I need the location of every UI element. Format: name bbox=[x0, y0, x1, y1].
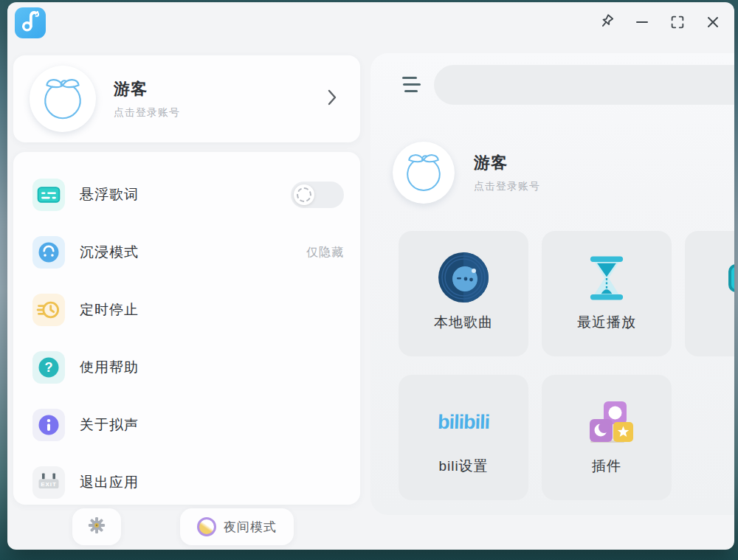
card-label: 本地歌曲 bbox=[434, 313, 493, 332]
left-footer: 夜间模式 bbox=[7, 505, 370, 550]
tomato-avatar-icon bbox=[36, 71, 89, 127]
card-local-songs[interactable]: 本地歌曲 bbox=[399, 231, 528, 356]
hourglass-icon bbox=[579, 250, 635, 306]
menu-label: 关于拟声 bbox=[80, 415, 139, 435]
main-panel: 搜 游客 点击登录账号 bbox=[370, 53, 734, 515]
app-logo bbox=[15, 7, 46, 38]
night-mode-label: 夜间模式 bbox=[224, 519, 277, 536]
avatar bbox=[393, 142, 455, 204]
titlebar bbox=[7, 2, 734, 45]
menu-item-timer-stop[interactable]: 定时停止 bbox=[32, 281, 344, 339]
menu-label: 使用帮助 bbox=[80, 358, 139, 377]
menu-label: 退出应用 bbox=[80, 473, 139, 492]
search-input[interactable]: 搜 bbox=[434, 65, 734, 105]
menu-item-about[interactable]: 关于拟声 bbox=[32, 396, 344, 454]
menu-item-floating-lyrics[interactable]: 悬浮歌词 bbox=[32, 166, 344, 224]
app-window: 游客 点击登录账号 悬浮歌词 bbox=[7, 2, 734, 550]
blocks-icon bbox=[579, 394, 635, 450]
menu-item-exit[interactable]: EXIT 退出应用 bbox=[32, 454, 344, 505]
night-mode-icon bbox=[197, 517, 216, 536]
desktop: { "titlebar": { "controls": { "pin": "pi… bbox=[0, 0, 738, 560]
exit-sign-icon: EXIT bbox=[32, 466, 65, 499]
floating-lyrics-toggle[interactable] bbox=[291, 182, 344, 208]
settings-menu: 悬浮歌词 沉浸模式 仅隐藏 定时停止 bbox=[13, 152, 360, 505]
login-card[interactable]: 游客 点击登录账号 bbox=[13, 55, 360, 142]
login-texts: 游客 点击登录账号 bbox=[474, 152, 540, 193]
lyrics-icon bbox=[32, 179, 65, 211]
tomato-avatar-icon bbox=[399, 147, 448, 198]
immersive-mode-value: 仅隐藏 bbox=[306, 245, 344, 260]
feature-grid: 本地歌曲 最近播放 bbox=[399, 231, 734, 500]
card-label: bili设置 bbox=[438, 457, 488, 476]
pin-icon[interactable] bbox=[597, 13, 616, 32]
gear-icon bbox=[87, 516, 106, 538]
user-subtitle: 点击登录账号 bbox=[114, 106, 325, 120]
settings-button[interactable] bbox=[72, 508, 121, 545]
window-controls bbox=[597, 13, 723, 32]
menu-item-help[interactable]: ? 使用帮助 bbox=[32, 339, 344, 396]
card-recent-played[interactable]: 最近播放 bbox=[542, 231, 672, 356]
card-label: 插件 bbox=[592, 457, 621, 476]
question-icon: ? bbox=[32, 351, 65, 384]
partial-teal-icon bbox=[728, 264, 734, 292]
menu-item-immersive-mode[interactable]: 沉浸模式 仅隐藏 bbox=[32, 224, 344, 281]
login-texts: 游客 点击登录账号 bbox=[114, 78, 325, 120]
user-subtitle: 点击登录账号 bbox=[474, 180, 540, 193]
menu-lines-icon[interactable] bbox=[401, 75, 421, 93]
chevron-right-icon[interactable] bbox=[325, 88, 339, 110]
menu-label: 定时停止 bbox=[80, 300, 139, 319]
music-note-icon bbox=[18, 9, 43, 37]
card-plugins[interactable]: 插件 bbox=[542, 375, 672, 500]
main-login-row[interactable]: 游客 点击登录账号 bbox=[393, 142, 540, 204]
night-mode-button[interactable]: 夜间模式 bbox=[180, 508, 294, 545]
card-partial[interactable] bbox=[685, 231, 734, 356]
vinyl-record-icon bbox=[435, 250, 492, 306]
card-bili-settings[interactable]: bilibili bili设置 bbox=[399, 375, 528, 500]
svg-text:?: ? bbox=[45, 360, 53, 375]
bilibili-logo: bilibili bbox=[435, 394, 492, 450]
timer-icon bbox=[32, 294, 65, 326]
minimize-icon[interactable] bbox=[632, 13, 652, 32]
immersive-face-icon bbox=[32, 236, 65, 269]
avatar bbox=[30, 66, 96, 132]
user-name: 游客 bbox=[474, 152, 540, 174]
card-label: 最近播放 bbox=[577, 313, 636, 332]
svg-text:EXIT: EXIT bbox=[41, 481, 57, 488]
menu-label: 悬浮歌词 bbox=[80, 185, 139, 204]
maximize-icon[interactable] bbox=[668, 13, 687, 32]
info-icon bbox=[32, 409, 65, 441]
toggle-knob bbox=[294, 184, 314, 205]
menu-label: 沉浸模式 bbox=[80, 243, 139, 262]
close-icon[interactable] bbox=[703, 13, 723, 32]
user-name: 游客 bbox=[114, 78, 325, 100]
